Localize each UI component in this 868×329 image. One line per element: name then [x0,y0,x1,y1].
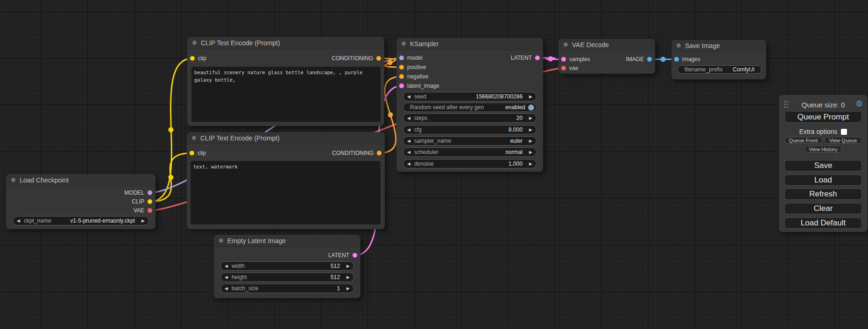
extra-options-checkbox[interactable] [841,129,847,135]
collapse-dot-icon[interactable] [564,42,568,47]
increment-arrow-icon[interactable]: ▶ [343,273,353,281]
cfg-widget[interactable]: ◀ cfg 8.000 ▶ [403,125,536,134]
positive-prompt-textarea[interactable]: beautiful scenery nature glass bottle la… [191,67,381,122]
node-clip-text-encode-positive[interactable]: CLIP Text Encode (Prompt) clip CONDITION… [187,37,384,126]
node-save-image[interactable]: Save Image images filename_prefix ComfyU… [671,40,766,79]
negative-prompt-textarea[interactable]: text, watermark [191,161,381,224]
latent-port-dot[interactable] [353,253,357,258]
increment-arrow-icon[interactable]: ▶ [525,148,536,156]
increment-arrow-icon[interactable]: ▶ [525,160,536,168]
decrement-arrow-icon[interactable]: ◀ [221,262,232,270]
clip-port-dot[interactable] [148,199,152,204]
increment-arrow-icon[interactable]: ▶ [138,217,148,225]
denoise-widget[interactable]: ◀ denoise 1.000 ▶ [403,159,536,168]
decrement-arrow-icon[interactable]: ◀ [221,273,232,281]
decrement-arrow-icon[interactable]: ◀ [403,137,414,145]
node-clip-text-encode-negative[interactable]: CLIP Text Encode (Prompt) clip CONDITION… [187,132,385,229]
conditioning-port-dot[interactable] [376,56,381,61]
conditioning-port-dot[interactable] [399,65,404,70]
image-port-dot[interactable] [674,57,679,62]
output-port-latent: LATENT [511,53,540,63]
refresh-button[interactable]: Refresh [784,189,862,200]
node-vae-decode[interactable]: VAE Decode samples vae IMAGE [558,39,655,74]
node-title: Load Checkpoint [20,176,69,184]
input-port-clip: clip [190,54,206,63]
graph-canvas[interactable]: { "colors": { "model": "#b39ddb", "clip"… [0,0,868,329]
load-button[interactable]: Load [784,175,862,186]
vae-port-dot[interactable] [148,208,152,213]
node-load-checkpoint[interactable]: Load Checkpoint MODEL CLIP VAE ◀ ckpt_na… [6,174,155,229]
scheduler-widget[interactable]: ◀ scheduler normal ▶ [403,147,536,157]
link-midpoint-dot [169,175,174,180]
collapse-dot-icon[interactable] [192,136,196,140]
input-port-latent-image: latent_image [399,81,439,91]
height-widget[interactable]: ◀ height 512 ▶ [220,273,354,282]
decrement-arrow-icon[interactable]: ◀ [403,126,414,134]
latent-port-dot[interactable] [561,57,566,62]
conditioning-port-dot[interactable] [377,151,381,155]
node-title: Empty Latent Image [227,237,286,245]
node-ksampler[interactable]: KSampler model positive negative latent_… [396,38,543,172]
view-queue-button[interactable]: View Queue [824,137,862,144]
decrement-arrow-icon[interactable]: ◀ [13,217,24,225]
seed-widget[interactable]: ◀ seed 156680208700286 ▶ [403,92,536,101]
output-port-vae: VAE [134,206,152,215]
collapse-dot-icon[interactable] [402,42,406,46]
input-port-images: images [674,55,700,64]
queue-menu-panel[interactable]: Queue size: 0 ⚙ Queue Prompt Extra optio… [779,95,868,232]
vae-port-dot[interactable] [561,66,566,70]
node-title-bar[interactable]: CLIP Text Encode (Prompt) [187,37,384,49]
load-default-button[interactable]: Load Default [784,217,862,229]
collapse-dot-icon[interactable] [192,41,197,45]
decrement-arrow-icon[interactable]: ◀ [221,284,232,293]
decrement-arrow-icon[interactable]: ◀ [403,148,414,156]
model-port-dot[interactable] [399,56,404,60]
clip-port-dot[interactable] [190,56,195,61]
node-title-bar[interactable]: VAE Decode [558,39,655,51]
decrement-arrow-icon[interactable]: ◀ [403,92,414,101]
link-midpoint-dot [661,57,666,62]
clear-button[interactable]: Clear [784,203,862,214]
save-button[interactable]: Save [784,160,862,171]
sampler-name-widget[interactable]: ◀ sampler_name euler ▶ [403,136,536,146]
latent-port-dot[interactable] [535,56,540,60]
image-port-dot[interactable] [647,57,652,62]
output-port-image: IMAGE [626,55,652,64]
node-title-bar[interactable]: Empty Latent Image [214,235,360,247]
input-port-negative: negative [399,72,428,81]
decrement-arrow-icon[interactable]: ◀ [403,114,414,122]
width-widget[interactable]: ◀ width 512 ▶ [220,261,354,271]
node-title-bar[interactable]: Save Image [671,40,766,52]
increment-arrow-icon[interactable]: ▶ [525,137,536,145]
queue-front-button[interactable]: Queue Front [784,137,822,144]
collapse-dot-icon[interactable] [677,43,681,48]
clip-port-dot[interactable] [190,151,194,155]
collapse-dot-icon[interactable] [219,238,223,243]
node-title-bar[interactable]: Load Checkpoint [6,174,155,186]
steps-widget[interactable]: ◀ steps 20 ▶ [403,113,536,123]
model-port-dot[interactable] [148,190,152,195]
filename-prefix-widget[interactable]: filename_prefix ComfyUI [677,65,762,74]
toggle-enabled-indicator[interactable] [528,105,534,111]
increment-arrow-icon[interactable]: ▶ [525,114,536,122]
conditioning-port-dot[interactable] [399,74,404,79]
settings-gear-icon[interactable]: ⚙ [856,99,863,109]
view-history-button[interactable]: View History [804,146,842,153]
node-title-bar[interactable]: CLIP Text Encode (Prompt) [187,132,385,144]
increment-arrow-icon[interactable]: ▶ [525,126,536,134]
node-empty-latent-image[interactable]: Empty Latent Image LATENT ◀ width 512 ▶ … [214,235,360,298]
increment-arrow-icon[interactable]: ▶ [343,284,353,293]
decrement-arrow-icon[interactable]: ◀ [403,160,414,168]
input-port-model: model [399,53,423,63]
collapse-dot-icon[interactable] [11,178,15,182]
increment-arrow-icon[interactable]: ▶ [525,92,536,101]
queue-prompt-button[interactable]: Queue Prompt [784,111,862,123]
node-title: KSampler [410,40,438,48]
latent-port-dot[interactable] [399,84,404,88]
input-port-samples: samples [561,55,590,64]
ckpt-name-widget[interactable]: ◀ ckpt_name v1-5-pruned-emaonly.ckpt ▶ [13,216,149,225]
increment-arrow-icon[interactable]: ▶ [343,262,353,270]
node-title-bar[interactable]: KSampler [396,38,543,50]
random-seed-toggle-widget[interactable]: Random seed after every gen enabled [403,103,536,112]
batch-size-widget[interactable]: ◀ batch_size 1 ▶ [220,284,354,293]
